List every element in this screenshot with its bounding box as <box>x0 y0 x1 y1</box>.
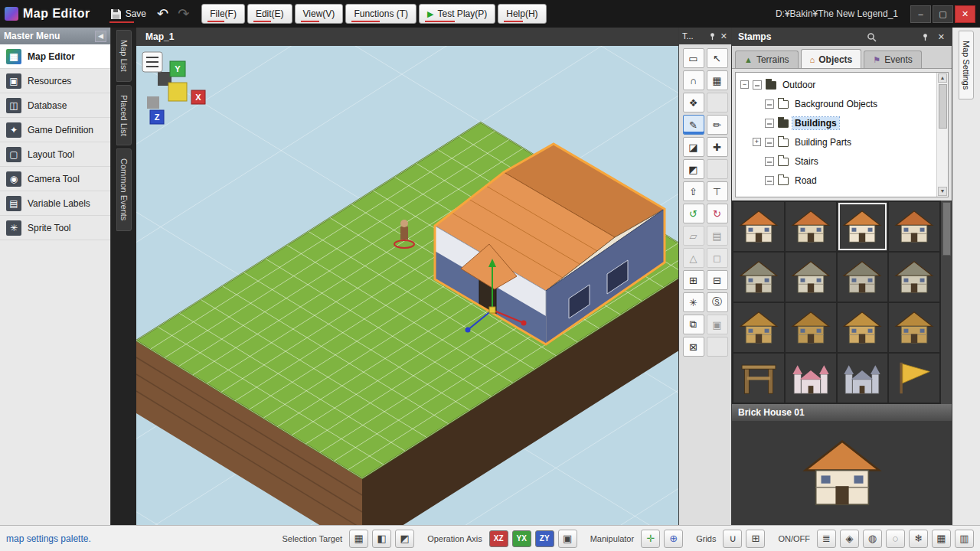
tool-rect-select[interactable]: ▭ <box>683 48 704 68</box>
stamp-thumb-2[interactable] <box>838 202 888 251</box>
tool-rotate-cw[interactable]: ↻ <box>707 204 728 223</box>
stamp-thumb-9[interactable] <box>786 303 836 352</box>
menu-file-f[interactable]: File(F) <box>201 4 245 24</box>
status-axis-free[interactable]: ▣ <box>558 530 577 548</box>
menu-help-h[interactable]: Help(H) <box>498 4 546 24</box>
sidebar-item-sprite-tool[interactable]: ✳Sprite Tool <box>0 216 110 240</box>
map-3d-canvas[interactable]: Y X Z <box>136 46 678 525</box>
tool-pick-object[interactable]: ↖ <box>707 48 728 68</box>
scrollbar-thumb[interactable] <box>939 84 947 129</box>
status-building-toggle[interactable]: ▥ <box>955 530 974 548</box>
checkbox[interactable] <box>765 119 774 128</box>
menu-test-play-p[interactable]: ▶Test Play(P) <box>419 4 495 24</box>
tree-item-road[interactable]: Road <box>736 171 936 190</box>
close-button[interactable]: ✕ <box>955 5 975 23</box>
sidebar-item-layout-tool[interactable]: ▢Layout Tool <box>0 142 110 167</box>
sidebar-item-game-definition[interactable]: ✦Game Definition <box>0 118 110 142</box>
scroll-up-icon[interactable]: ▲ <box>938 73 947 83</box>
checkbox[interactable] <box>765 138 774 147</box>
status-layers-toggle[interactable]: ≣ <box>817 530 836 548</box>
menu-edit-e[interactable]: Edit(E) <box>247 4 292 24</box>
tool-magnet-select[interactable]: ∩ <box>683 70 704 90</box>
stamp-thumb-14[interactable] <box>838 354 888 403</box>
tool-triangle-tool[interactable]: △ <box>683 248 704 268</box>
stamp-thumb-11[interactable] <box>889 303 939 352</box>
status-render-toggle[interactable]: ◍ <box>863 530 882 548</box>
tool-area-fill[interactable]: ▦ <box>707 70 728 90</box>
tab-objects[interactable]: ⌂Objects <box>801 49 862 68</box>
tab-map-settings[interactable]: Map Settings <box>959 31 974 99</box>
scroll-down-icon[interactable]: ▼ <box>938 187 947 196</box>
menu-functions-t[interactable]: Functions (T) <box>345 4 416 24</box>
scrollbar-thumb[interactable] <box>942 202 951 256</box>
tool-paste-tool[interactable]: ▣ <box>707 315 728 334</box>
minimize-button[interactable]: – <box>910 5 931 23</box>
stamp-thumb-7[interactable] <box>889 253 939 302</box>
status-manipulator-move[interactable]: ✛ <box>641 530 660 548</box>
tool-repair-tool[interactable]: ✚ <box>707 137 728 157</box>
tool-slope-a[interactable]: ▱ <box>683 226 704 246</box>
stamp-thumb-3[interactable] <box>889 202 939 251</box>
tab-terrains[interactable]: ▲Terrains <box>735 51 799 68</box>
menu-view-v[interactable]: View(V) <box>295 4 344 24</box>
stamp-thumb-5[interactable] <box>786 253 836 302</box>
tool-snap-tool[interactable]: Ⓢ <box>707 292 728 312</box>
tab-placed-list[interactable]: Placed List <box>116 85 132 146</box>
status-effects-toggle[interactable]: ❄ <box>909 530 928 548</box>
status-manipulator-rotate[interactable]: ⊕ <box>664 530 683 548</box>
status-badge-toggle[interactable]: ◈ <box>840 530 859 548</box>
stamp-thumb-15[interactable] <box>889 354 939 403</box>
stamp-thumb-8[interactable] <box>733 303 784 352</box>
pin-icon[interactable] <box>921 33 929 41</box>
status-selection-lock[interactable]: ◧ <box>372 530 391 548</box>
search-icon[interactable] <box>867 32 877 42</box>
save-button[interactable]: Save <box>106 5 151 24</box>
pin-icon[interactable] <box>708 32 717 41</box>
viewport-menu-button[interactable] <box>142 52 162 72</box>
undo-button[interactable]: ↶ <box>154 5 172 22</box>
tool-rotate-ccw[interactable]: ↺ <box>683 204 704 223</box>
tool-slope-tool[interactable]: ◩ <box>683 159 704 179</box>
checkbox[interactable] <box>765 99 774 109</box>
checkbox[interactable] <box>765 176 774 185</box>
tool-delete-tool[interactable]: ⊠ <box>683 337 704 357</box>
tab-map-list[interactable]: Map List <box>116 30 132 82</box>
sidebar-item-resources[interactable]: ▣Resources <box>0 69 110 93</box>
axis-zy-button[interactable]: ZY <box>535 530 554 547</box>
tree-item-stairs[interactable]: Stairs <box>736 152 936 171</box>
tool-stack-down[interactable]: ⊟ <box>707 270 728 290</box>
collapse-sidebar-button[interactable]: ◀ <box>95 31 106 42</box>
status-grid-snap[interactable]: ∪ <box>723 530 742 548</box>
close-icon[interactable]: ✕ <box>937 32 946 42</box>
sidebar-item-map-editor[interactable]: ▦Map Editor <box>0 44 110 69</box>
axis-yx-button[interactable]: YX <box>512 530 531 547</box>
tool-brush-tool[interactable]: ✏ <box>707 115 728 135</box>
tree-scrollbar[interactable]: ▲ ▼ <box>936 73 948 197</box>
tab-common-events[interactable]: Common Events <box>116 148 132 230</box>
stamp-thumb-12[interactable] <box>733 354 784 403</box>
stamps-scrollbar[interactable] <box>941 201 952 404</box>
tool-scatter-tool[interactable]: ✳ <box>683 292 704 312</box>
tree-item-outdoor[interactable]: −Outdoor <box>736 75 936 94</box>
stamp-thumb-10[interactable] <box>838 303 888 352</box>
tool-eyedropper[interactable]: ❖ <box>683 93 704 112</box>
close-icon[interactable]: ✕ <box>720 31 728 41</box>
sidebar-item-camera-tool[interactable]: ◉Camera Tool <box>0 167 110 191</box>
sidebar-item-variable-labels[interactable]: ▤Variable Labels <box>0 191 110 216</box>
checkbox[interactable] <box>753 80 762 90</box>
expander-icon[interactable]: + <box>753 138 761 146</box>
map-tab-label[interactable]: Map_1 <box>145 31 174 42</box>
status-selection-box[interactable]: ◩ <box>395 530 414 548</box>
status-selection-target-grid[interactable]: ▦ <box>349 530 368 548</box>
checkbox[interactable] <box>765 157 774 166</box>
maximize-button[interactable]: ▢ <box>933 5 953 23</box>
expander-icon[interactable]: − <box>740 80 749 89</box>
tree-item-background-objects[interactable]: Background Objects <box>736 94 936 113</box>
tool-square-tool[interactable]: ◻ <box>707 248 728 268</box>
stamp-thumb-0[interactable] <box>733 202 784 251</box>
tab-events[interactable]: ⚑Events <box>864 51 922 68</box>
tree-item-buildings[interactable]: Buildings <box>736 113 936 132</box>
tree-item-building-parts[interactable]: +Building Parts <box>736 132 936 152</box>
tool-eraser-tool[interactable]: ◪ <box>683 137 704 157</box>
sidebar-item-database[interactable]: ◫Database <box>0 93 110 118</box>
